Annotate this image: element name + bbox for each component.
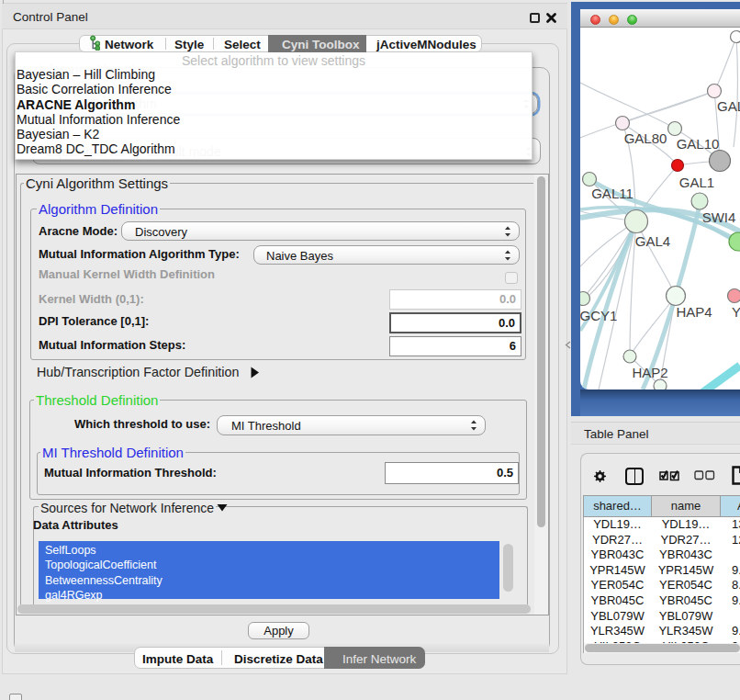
svg-text:SWI4: SWI4 [702, 209, 736, 225]
svg-text:GAL11: GAL11 [591, 186, 633, 201]
svg-text:GAL: GAL [717, 98, 740, 114]
svg-text:HAP4: HAP4 [676, 304, 712, 320]
svg-text:GAL4: GAL4 [635, 233, 670, 249]
svg-text:GCY1: GCY1 [580, 308, 617, 323]
svg-text:HAP2: HAP2 [632, 365, 667, 380]
svg-text:GAL1: GAL1 [679, 175, 714, 190]
svg-text:GAL10: GAL10 [677, 136, 720, 152]
svg-text:Y: Y [732, 304, 740, 320]
svg-text:GAL80: GAL80 [624, 130, 667, 146]
